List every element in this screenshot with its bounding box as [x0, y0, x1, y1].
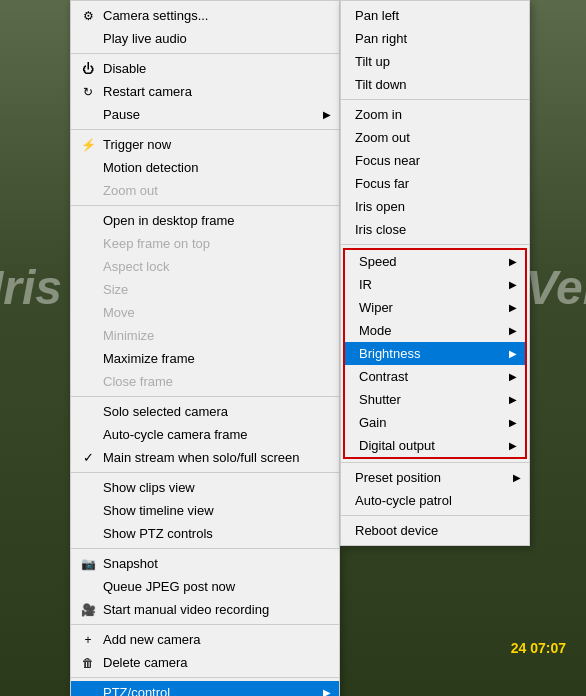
start-video-label: Start manual video recording: [103, 602, 269, 617]
tilt-up-label: Tilt up: [355, 54, 390, 69]
main-stream-label: Main stream when solo/full screen: [103, 450, 300, 465]
ptz-submenu: Pan leftPan rightTilt upTilt downZoom in…: [340, 0, 530, 546]
menu-item-add-camera[interactable]: +Add new camera: [71, 628, 339, 651]
pause-label: Pause: [103, 107, 140, 122]
submenu-item-tilt-down[interactable]: Tilt down: [341, 73, 529, 96]
submenu-item-zoom-out-s[interactable]: Zoom out: [341, 126, 529, 149]
zoom-in-label: Zoom in: [355, 107, 402, 122]
submenu-item-pan-left[interactable]: Pan left: [341, 4, 529, 27]
maximize-frame-label: Maximize frame: [103, 351, 195, 366]
minimize-label: Minimize: [103, 328, 154, 343]
menu-item-show-clips[interactable]: Show clips view: [71, 476, 339, 499]
iris-open-label: Iris open: [355, 199, 405, 214]
submenu-item-brightness[interactable]: Brightness▶: [345, 342, 525, 365]
menu-separator: [71, 548, 339, 549]
menu-item-trigger-now[interactable]: ⚡Trigger now: [71, 133, 339, 156]
menu-item-play-live-audio[interactable]: Play live audio: [71, 27, 339, 50]
submenu-item-mode[interactable]: Mode▶: [345, 319, 525, 342]
contrast-label: Contrast: [359, 369, 408, 384]
zoom-out-s-label: Zoom out: [355, 130, 410, 145]
delete-camera-icon: 🗑: [79, 656, 97, 670]
pan-right-label: Pan right: [355, 31, 407, 46]
menu-separator: [71, 205, 339, 206]
menu-item-restart-camera[interactable]: ↻Restart camera: [71, 80, 339, 103]
menu-item-open-desktop[interactable]: Open in desktop frame: [71, 209, 339, 232]
submenu-item-shutter[interactable]: Shutter▶: [345, 388, 525, 411]
submenu-item-tilt-up[interactable]: Tilt up: [341, 50, 529, 73]
menu-item-pause[interactable]: Pause▶: [71, 103, 339, 126]
submenu-item-ir[interactable]: IR▶: [345, 273, 525, 296]
aspect-lock-label: Aspect lock: [103, 259, 169, 274]
motion-detection-label: Motion detection: [103, 160, 198, 175]
menu-item-minimize: Minimize: [71, 324, 339, 347]
submenu-item-focus-near[interactable]: Focus near: [341, 149, 529, 172]
menu-item-motion-detection[interactable]: Motion detection: [71, 156, 339, 179]
mode-label: Mode: [359, 323, 392, 338]
menu-item-close-frame: Close frame: [71, 370, 339, 393]
mode-arrow-icon: ▶: [509, 325, 517, 336]
menu-item-aspect-lock: Aspect lock: [71, 255, 339, 278]
submenu-item-contrast[interactable]: Contrast▶: [345, 365, 525, 388]
submenu-item-auto-cycle-patrol[interactable]: Auto-cycle patrol: [341, 489, 529, 512]
auto-cycle-patrol-label: Auto-cycle patrol: [355, 493, 452, 508]
menu-separator: [71, 53, 339, 54]
move-label: Move: [103, 305, 135, 320]
open-desktop-label: Open in desktop frame: [103, 213, 235, 228]
checkmark-icon: ✓: [79, 450, 97, 465]
tilt-down-label: Tilt down: [355, 77, 407, 92]
menu-item-camera-settings[interactable]: ⚙Camera settings...: [71, 4, 339, 27]
speed-arrow-icon: ▶: [509, 256, 517, 267]
menu-separator: [71, 472, 339, 473]
queue-jpeg-label: Queue JPEG post now: [103, 579, 235, 594]
gain-label: Gain: [359, 415, 386, 430]
submenu-item-preset-position[interactable]: Preset position▶: [341, 466, 529, 489]
shutter-label: Shutter: [359, 392, 401, 407]
speed-label: Speed: [359, 254, 397, 269]
menu-item-ptz-control[interactable]: PTZ/control▶: [71, 681, 339, 696]
menu-separator: [71, 396, 339, 397]
delete-camera-label: Delete camera: [103, 655, 188, 670]
solo-selected-label: Solo selected camera: [103, 404, 228, 419]
menu-item-snapshot[interactable]: 📷Snapshot: [71, 552, 339, 575]
gain-arrow-icon: ▶: [509, 417, 517, 428]
menu-item-maximize-frame[interactable]: Maximize frame: [71, 347, 339, 370]
menu-separator: [71, 129, 339, 130]
submenu-item-gain[interactable]: Gain▶: [345, 411, 525, 434]
brightness-arrow-icon: ▶: [509, 348, 517, 359]
menu-item-disable[interactable]: ⏻Disable: [71, 57, 339, 80]
submenu-item-reboot-device[interactable]: Reboot device: [341, 519, 529, 542]
context-menu: ⚙Camera settings...Play live audio⏻Disab…: [70, 0, 340, 696]
digital-output-label: Digital output: [359, 438, 435, 453]
trigger-now-label: Trigger now: [103, 137, 171, 152]
restart-camera-label: Restart camera: [103, 84, 192, 99]
submenu-item-iris-open[interactable]: Iris open: [341, 195, 529, 218]
menu-item-main-stream[interactable]: ✓Main stream when solo/full screen: [71, 446, 339, 469]
pan-left-label: Pan left: [355, 8, 399, 23]
submenu-item-focus-far[interactable]: Focus far: [341, 172, 529, 195]
submenu-item-iris-close[interactable]: Iris close: [341, 218, 529, 241]
show-timeline-label: Show timeline view: [103, 503, 214, 518]
show-clips-label: Show clips view: [103, 480, 195, 495]
submenu-item-zoom-in[interactable]: Zoom in: [341, 103, 529, 126]
pause-arrow-icon: ▶: [323, 109, 331, 120]
menu-item-start-video[interactable]: 🎥Start manual video recording: [71, 598, 339, 621]
menu-item-solo-selected[interactable]: Solo selected camera: [71, 400, 339, 423]
submenu-separator: [341, 515, 529, 516]
menu-item-zoom-out: Zoom out: [71, 179, 339, 202]
snapshot-icon: 📷: [79, 557, 97, 571]
submenu-item-pan-right[interactable]: Pan right: [341, 27, 529, 50]
menu-item-show-ptz[interactable]: Show PTZ controls: [71, 522, 339, 545]
iris-close-label: Iris close: [355, 222, 406, 237]
submenu-item-speed[interactable]: Speed▶: [345, 250, 525, 273]
submenu-item-wiper[interactable]: Wiper▶: [345, 296, 525, 319]
wiper-arrow-icon: ▶: [509, 302, 517, 313]
size-label: Size: [103, 282, 128, 297]
menu-item-move: Move: [71, 301, 339, 324]
menu-item-show-timeline[interactable]: Show timeline view: [71, 499, 339, 522]
menu-item-queue-jpeg[interactable]: Queue JPEG post now: [71, 575, 339, 598]
submenu-item-digital-output[interactable]: Digital output▶: [345, 434, 525, 457]
snapshot-label: Snapshot: [103, 556, 158, 571]
menu-item-delete-camera[interactable]: 🗑Delete camera: [71, 651, 339, 674]
menu-item-auto-cycle[interactable]: Auto-cycle camera frame: [71, 423, 339, 446]
close-frame-label: Close frame: [103, 374, 173, 389]
